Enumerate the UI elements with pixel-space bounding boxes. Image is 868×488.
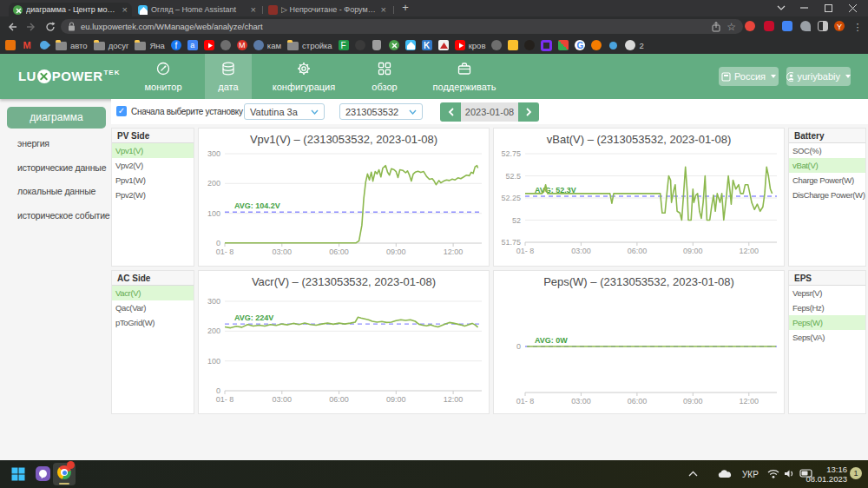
sidebar-item-3[interactable]: локальные данные	[17, 186, 95, 196]
series-item-pepsw[interactable]: Peps(W)	[789, 315, 865, 330]
bookmark-circle-dark[interactable]	[355, 40, 365, 50]
bookmark-google[interactable]: G	[575, 40, 585, 50]
series-item-vpv1v[interactable]: Vpv1(V)	[112, 143, 194, 158]
bookmark-кам[interactable]: кам	[253, 40, 281, 50]
bookmark-frame-purple[interactable]	[541, 40, 552, 51]
nav-item-monitor[interactable]: монитор	[135, 54, 191, 99]
user-button[interactable]: yuriybabiy	[786, 67, 851, 86]
profile-avatar[interactable]: Y	[834, 21, 845, 31]
side-panel-icon[interactable]	[818, 21, 828, 31]
window-chevron-button[interactable]	[769, 0, 793, 16]
region-button[interactable]: Россия	[719, 67, 779, 86]
bookmark-photo-yellow[interactable]	[508, 40, 518, 50]
series-item-vepsrv[interactable]: Vepsr(V)	[789, 286, 865, 300]
series-item-sepsva[interactable]: Seps(VA)	[789, 330, 865, 345]
browser-tab-1[interactable]: Огляд – Home Assistant×	[134, 3, 260, 16]
share-icon[interactable]	[711, 22, 721, 32]
bookmark-youtube[interactable]	[204, 40, 214, 50]
station-checkbox[interactable]: ✓	[116, 106, 127, 116]
nav-item-data[interactable]: дата	[205, 54, 252, 99]
series-item-qacvar[interactable]: Qac(Var)	[112, 300, 194, 315]
tab-close-icon[interactable]: ×	[122, 5, 128, 15]
onedrive-icon[interactable]	[717, 469, 732, 479]
serial-select[interactable]: 2313053532	[339, 103, 423, 120]
prev-day-button[interactable]	[440, 102, 461, 122]
bookmark-star-icon[interactable]: ☆	[727, 21, 736, 33]
series-item-soc[interactable]: SOC(%)	[789, 143, 865, 158]
new-tab-button[interactable]: +	[398, 1, 412, 15]
sidebar-item-0[interactable]: диаграмма	[7, 107, 106, 129]
series-item-vacrv[interactable]: Vacr(V)	[112, 286, 194, 300]
chrome-taskbar-icon[interactable]	[53, 463, 76, 485]
bookmark-luxpower[interactable]	[389, 40, 399, 50]
screen: диаграмма - Центр мониторин×Огляд – Home…	[0, 0, 868, 488]
window-close-button[interactable]	[840, 0, 865, 16]
series-item-ptogridw[interactable]: pToGrid(W)	[112, 315, 194, 330]
taskbar-clock[interactable]: 13:16 08.01.2023	[806, 465, 847, 484]
bookmark-стройка[interactable]: стройка	[287, 40, 332, 50]
app-logo[interactable]: LU POWER TEK	[18, 69, 120, 83]
date-field[interactable]: 2023-01-08	[461, 102, 518, 122]
back-icon[interactable]	[5, 20, 18, 33]
browser-tab-2[interactable]: ▷ Непрочитане - Форум Строи×	[264, 3, 391, 16]
tab-close-icon[interactable]: ×	[251, 5, 256, 15]
bookmark-sun-orange[interactable]	[591, 40, 602, 50]
bookmark-gmail[interactable]: M	[22, 40, 32, 50]
window-maximize-button[interactable]	[816, 0, 840, 16]
tab-close-icon[interactable]: ×	[381, 5, 386, 15]
bookmark-mountain-red[interactable]	[438, 40, 449, 50]
speaker-icon[interactable]	[784, 469, 795, 478]
caret-down-icon	[845, 75, 851, 78]
series-item-vbatv[interactable]: vBat(V)	[789, 158, 865, 173]
start-button[interactable]	[11, 467, 25, 481]
viber-icon[interactable]	[36, 466, 50, 481]
reload-icon[interactable]	[43, 20, 56, 33]
bookmark-globe-dark[interactable]	[220, 40, 231, 50]
next-day-button[interactable]	[518, 102, 539, 122]
bookmark-2[interactable]: 2	[625, 40, 643, 50]
browser-tab-0[interactable]: диаграмма - Центр мониторин×	[9, 3, 132, 16]
nav-item-grid[interactable]: обзор	[360, 54, 409, 99]
series-item-charge-powerw[interactable]: Charge Power(W)	[789, 173, 865, 188]
bookmark-досуг[interactable]: досуг	[94, 40, 129, 50]
sidebar-item-4[interactable]: историческое событие	[17, 210, 110, 221]
series-item-ppv1w[interactable]: Ppv1(W)	[112, 173, 194, 188]
bookmark-globe-dark[interactable]	[491, 40, 502, 50]
tray-chevron-icon[interactable]	[688, 471, 698, 477]
series-item-discharge-powerw[interactable]: DisCharge Power(W)	[789, 188, 865, 202]
bookmark-кров[interactable]: кров	[455, 40, 486, 50]
bookmark-home-assistant[interactable]	[405, 40, 416, 50]
bookmark-water-drop[interactable]	[38, 40, 49, 51]
puzzle-extensions-icon[interactable]	[800, 21, 811, 31]
address-bar[interactable]: eu.luxpowertek.com/WManage/web/analyze/c…	[61, 19, 743, 34]
bookmark-tiles[interactable]	[558, 40, 569, 50]
bookmark-glass-gray[interactable]	[372, 40, 383, 50]
bookmark-letter-k[interactable]: K	[422, 40, 432, 50]
adblock-icon[interactable]	[764, 21, 774, 31]
bookmark-Яна[interactable]: Яна	[135, 40, 164, 50]
sidebar-item-1[interactable]: энергия	[17, 138, 49, 148]
wifi-icon[interactable]	[767, 469, 779, 478]
nav-item-support[interactable]: поддерживать	[428, 54, 501, 99]
station-select[interactable]: Vatutina 3a	[244, 103, 325, 120]
forward-icon[interactable]	[24, 20, 37, 33]
menu-kebab-icon[interactable]: ⋮	[852, 21, 863, 31]
translate-icon[interactable]	[782, 21, 792, 31]
bookmark-moth-dark[interactable]	[524, 40, 535, 50]
bookmark-авто[interactable]: авто	[56, 40, 88, 50]
notification-badge[interactable]: 1	[850, 467, 862, 479]
keyboard-language[interactable]: УКР	[742, 470, 759, 479]
bookmark-dot-blue[interactable]	[608, 40, 619, 51]
series-item-ppv2w[interactable]: Ppv2(W)	[112, 188, 194, 202]
bookmark-gmail-red[interactable]: M	[237, 40, 247, 50]
series-item-fepshz[interactable]: Feps(Hz)	[789, 300, 865, 315]
bookmark-translate[interactable]: a	[187, 40, 198, 50]
series-item-vpv2v[interactable]: Vpv2(V)	[112, 158, 194, 173]
window-minimize-button[interactable]	[792, 0, 816, 16]
extension-icon[interactable]	[745, 21, 755, 31]
sidebar-item-2[interactable]: исторические данные	[17, 162, 106, 173]
bookmark-facebook[interactable]: f	[171, 40, 181, 50]
bookmark-outlook[interactable]	[5, 40, 16, 50]
nav-item-gear[interactable]: конфигурация	[267, 54, 340, 99]
bookmark-flag-green[interactable]: F	[339, 40, 349, 50]
